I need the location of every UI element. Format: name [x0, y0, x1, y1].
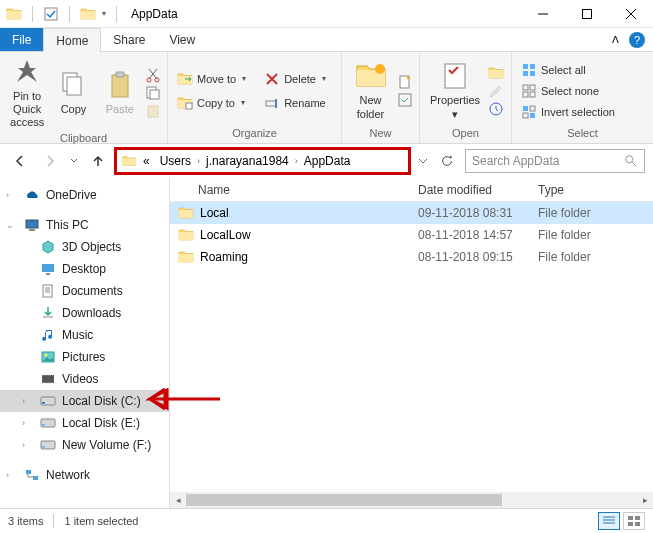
- maximize-button[interactable]: [565, 0, 609, 28]
- svg-rect-25: [530, 85, 535, 90]
- history-icon[interactable]: [488, 101, 504, 117]
- folder-icon: [178, 205, 194, 221]
- col-name[interactable]: Name: [170, 183, 410, 197]
- easy-access-icon[interactable]: [397, 92, 413, 108]
- file-row[interactable]: Local09-11-2018 08:31File folder: [170, 202, 653, 224]
- tree-videos[interactable]: Videos: [0, 368, 169, 390]
- tree-pictures[interactable]: Pictures: [0, 346, 169, 368]
- tree-network[interactable]: ›Network: [0, 464, 169, 486]
- copy-path-icon[interactable]: [145, 85, 161, 101]
- forward-button: [38, 149, 62, 173]
- tree-documents[interactable]: Documents: [0, 280, 169, 302]
- scroll-thumb[interactable]: [186, 494, 502, 506]
- videos-icon: [40, 371, 56, 387]
- tree-diske[interactable]: ›Local Disk (E:): [0, 412, 169, 434]
- scroll-left-icon[interactable]: ◂: [170, 492, 186, 508]
- select-none-button[interactable]: Select none: [518, 82, 618, 100]
- new-folder-button[interactable]: New folder: [348, 58, 393, 122]
- paste-button: Paste: [99, 67, 141, 118]
- help-icon[interactable]: ?: [629, 32, 645, 48]
- scroll-right-icon[interactable]: ▸: [637, 492, 653, 508]
- checkbox-icon[interactable]: [43, 6, 59, 22]
- details-view-button[interactable]: [598, 512, 620, 530]
- svg-rect-34: [29, 229, 35, 231]
- properties-icon: [439, 60, 471, 92]
- pin-quick-access-button[interactable]: Pin to Quick access: [6, 54, 48, 132]
- svg-rect-41: [42, 402, 45, 404]
- refresh-button[interactable]: [435, 149, 459, 173]
- qat-dropdown[interactable]: ▾: [102, 9, 106, 18]
- tree-thispc[interactable]: ⌄This PC: [0, 214, 169, 236]
- back-button[interactable]: [8, 149, 32, 173]
- invert-icon: [521, 104, 537, 120]
- svg-rect-23: [530, 71, 535, 76]
- tab-home[interactable]: Home: [43, 28, 101, 52]
- copy-to-button[interactable]: Copy to▾: [174, 94, 249, 112]
- crumb-prefix[interactable]: «: [139, 154, 154, 168]
- chevron-icon[interactable]: ›: [6, 470, 16, 480]
- column-headers[interactable]: Name Date modified Type: [170, 178, 653, 202]
- recent-dropdown[interactable]: [68, 149, 80, 173]
- tab-share[interactable]: Share: [101, 28, 157, 51]
- rename-button[interactable]: Rename: [261, 94, 329, 112]
- crumb-user[interactable]: j.narayana1984: [202, 154, 293, 168]
- tree-music[interactable]: Music: [0, 324, 169, 346]
- copy-button[interactable]: Copy: [52, 67, 94, 118]
- address-dropdown[interactable]: [415, 149, 431, 173]
- icons-view-button[interactable]: [623, 512, 645, 530]
- up-button[interactable]: [86, 149, 110, 173]
- invert-selection-button[interactable]: Invert selection: [518, 103, 618, 121]
- chevron-down-icon[interactable]: ⌄: [6, 220, 16, 230]
- file-list[interactable]: Name Date modified Type Local09-11-2018 …: [170, 178, 653, 508]
- minimize-button[interactable]: [521, 0, 565, 28]
- address-bar[interactable]: « Users› j.narayana1984› AppData: [116, 149, 409, 173]
- ribbon-tabs: File Home Share View ᐱ ?: [0, 28, 653, 52]
- tab-view[interactable]: View: [157, 28, 207, 51]
- chevron-icon[interactable]: ›: [22, 396, 32, 406]
- svg-rect-29: [530, 106, 535, 111]
- chevron-icon[interactable]: ›: [22, 418, 32, 428]
- cut-icon[interactable]: [145, 67, 161, 83]
- chevron-icon[interactable]: ›: [22, 440, 32, 450]
- file-row[interactable]: LocalLow08-11-2018 14:57File folder: [170, 224, 653, 246]
- svg-rect-33: [26, 220, 38, 228]
- nav-tree[interactable]: ›OneDrive ⌄This PC 3D Objects Desktop Do…: [0, 178, 170, 508]
- svg-rect-40: [42, 375, 54, 383]
- tree-desktop[interactable]: Desktop: [0, 258, 169, 280]
- search-input[interactable]: Search AppData: [465, 149, 645, 173]
- move-to-button[interactable]: Move to▾: [174, 70, 249, 88]
- chevron-icon[interactable]: ›: [6, 190, 16, 200]
- properties-button[interactable]: Properties▾: [426, 58, 484, 122]
- tree-downloads[interactable]: Downloads: [0, 302, 169, 324]
- tree-3dobjects[interactable]: 3D Objects: [0, 236, 169, 258]
- close-button[interactable]: [609, 0, 653, 28]
- tab-file[interactable]: File: [0, 28, 43, 51]
- folder-icon: [178, 249, 194, 265]
- open-icon[interactable]: [488, 65, 504, 81]
- col-date[interactable]: Date modified: [410, 183, 530, 197]
- new-item-icon[interactable]: [397, 74, 413, 90]
- tree-diskf[interactable]: ›New Volume (F:): [0, 434, 169, 456]
- chevron-icon[interactable]: ›: [295, 156, 298, 166]
- svg-rect-31: [530, 113, 535, 118]
- 3d-icon: [40, 239, 56, 255]
- svg-rect-11: [150, 90, 159, 99]
- downloads-icon: [40, 305, 56, 321]
- crumb-appdata[interactable]: AppData: [300, 154, 355, 168]
- file-row[interactable]: Roaming08-11-2018 09:15File folder: [170, 246, 653, 268]
- horizontal-scrollbar[interactable]: ◂ ▸: [170, 492, 653, 508]
- crumb-users[interactable]: Users: [156, 154, 195, 168]
- chevron-icon[interactable]: ›: [197, 156, 200, 166]
- select-all-button[interactable]: Select all: [518, 61, 618, 79]
- folder-icon: [121, 154, 137, 168]
- svg-rect-37: [43, 285, 52, 297]
- col-type[interactable]: Type: [530, 183, 653, 197]
- file-date: 08-11-2018 09:15: [410, 250, 530, 264]
- move-icon: [177, 71, 193, 87]
- tree-onedrive[interactable]: ›OneDrive: [0, 184, 169, 206]
- item-count: 3 items: [8, 515, 43, 527]
- delete-button[interactable]: Delete▾: [261, 70, 329, 88]
- svg-rect-2: [45, 8, 57, 20]
- collapse-ribbon-icon[interactable]: ᐱ: [612, 34, 619, 45]
- tree-diskc[interactable]: ›Local Disk (C:): [0, 390, 169, 412]
